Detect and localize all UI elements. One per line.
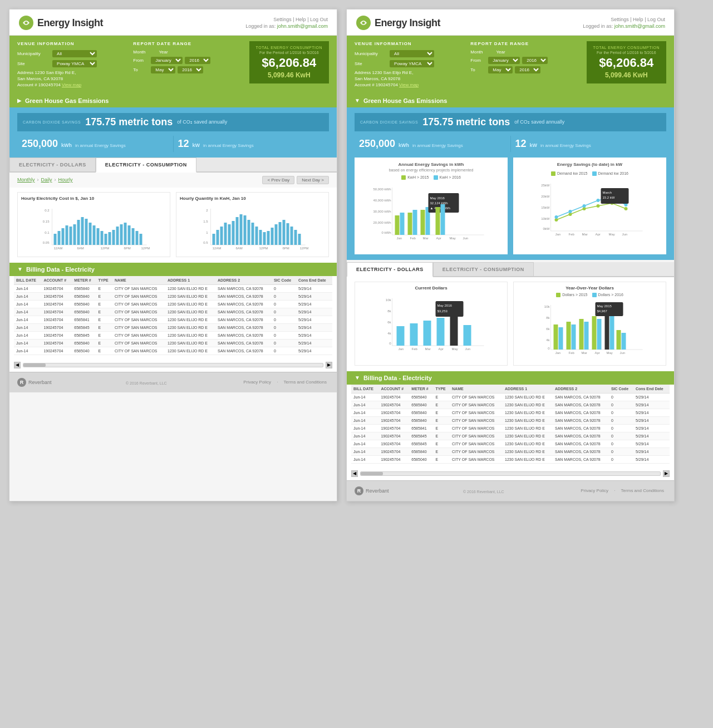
right-terms-link[interactable]: Terms and Conditions xyxy=(621,488,664,493)
table-row: Jun-141902457046585840ECITY OF SAN MARCO… xyxy=(14,339,332,347)
table-row: Jun-141902457046585845ECITY OF SAN MARCO… xyxy=(14,323,332,331)
from-month-select[interactable]: January xyxy=(151,57,183,64)
svg-rect-51 xyxy=(252,223,254,245)
right-tab-consumption[interactable]: ELECTRICITY - CONSUMPTION xyxy=(433,262,534,276)
right-logged-in-info: Logged in as: john.smith@gmail.com xyxy=(583,23,665,29)
ghg-chart2-legend: Demand kw 2015 Demand kw 2016 xyxy=(518,171,662,176)
right-municipality-select[interactable]: All xyxy=(390,50,434,57)
ghg-chart1-legend: KwH > 2015 KwH > 2016 xyxy=(359,175,503,180)
svg-text:12PM: 12PM xyxy=(300,247,309,250)
right-help-link[interactable]: Help xyxy=(633,17,643,22)
nav-buttons: < Prev Day Next Day > xyxy=(262,176,329,184)
co2-row: CARBON DIOXIDE SAVINGS 175.75 metric ton… xyxy=(17,113,329,131)
site-select[interactable]: Poway YMCA xyxy=(52,60,97,67)
svg-text:May 2016: May 2016 xyxy=(430,196,445,200)
left-panel: Energy Insight Settings | Help | Log Out… xyxy=(9,9,337,501)
right-logout-link[interactable]: Log Out xyxy=(647,17,665,22)
scroll-left-btn[interactable]: ◀ xyxy=(14,362,21,368)
ghg-kw-legend2-dot xyxy=(592,171,597,176)
svg-rect-158 xyxy=(592,316,597,350)
svg-rect-79 xyxy=(408,213,412,235)
svg-rect-135 xyxy=(464,325,471,346)
svg-point-105 xyxy=(597,204,600,208)
svg-text:Feb: Feb xyxy=(569,233,575,236)
right-tab-dollars[interactable]: ELECTRICITY - DOLLARS xyxy=(347,262,433,277)
table-row: Jun-141902457046585840ECITY OF SAN MARCO… xyxy=(14,284,332,292)
right-ghg-header[interactable]: ▼ Green House Gas Emissions xyxy=(347,94,674,107)
table-row: Jun-141902457046585840ECITY OF SAN MARCO… xyxy=(14,308,332,316)
svg-text:Jun: Jun xyxy=(465,347,471,351)
svg-text:10kW: 10kW xyxy=(541,217,550,220)
svg-rect-24 xyxy=(120,224,123,245)
right-scroll-right-btn[interactable]: ▶ xyxy=(663,470,670,477)
hourly-kwh-area: 2 1.5 1 0.5 xyxy=(180,203,325,253)
monthly-link[interactable]: Monthly xyxy=(17,177,35,183)
scroll-bar[interactable] xyxy=(23,363,323,367)
right-scroll-bar[interactable] xyxy=(360,471,661,476)
svg-text:Mar: Mar xyxy=(423,237,429,240)
svg-rect-23 xyxy=(116,227,119,245)
to-month-select[interactable]: May xyxy=(151,66,175,73)
svg-text:6PM: 6PM xyxy=(124,247,131,250)
next-day-btn[interactable]: Next Day > xyxy=(297,176,329,184)
tab-consumption[interactable]: ELECTRICITY - CONSUMPTION xyxy=(96,158,196,173)
svg-text:1: 1 xyxy=(206,231,208,234)
svg-rect-43 xyxy=(220,227,223,245)
right-view-map-link[interactable]: View map xyxy=(399,82,419,87)
svg-text:Mar: Mar xyxy=(582,233,588,236)
from-year-select[interactable]: 2016 xyxy=(185,57,210,64)
right-logo-icon xyxy=(356,15,371,31)
svg-text:6AM: 6AM xyxy=(77,247,84,250)
svg-text:25kW: 25kW xyxy=(541,184,550,187)
billing-header[interactable]: ▼ Billing Data - Electricity xyxy=(9,263,337,276)
right-from-month[interactable]: January xyxy=(488,57,520,64)
svg-text:4k: 4k xyxy=(546,338,550,342)
ghg-header[interactable]: ▶ Green House Gas Emissions xyxy=(9,94,337,107)
svg-text:0.15: 0.15 xyxy=(43,220,50,223)
right-site-select[interactable]: Poway YMCA xyxy=(390,60,434,67)
right-to-year[interactable]: 2016 xyxy=(515,66,540,73)
billing-arrow-icon: ▼ xyxy=(17,266,23,272)
scroll-right-btn[interactable]: ▶ xyxy=(326,362,332,368)
right-billing-header[interactable]: ▼ Billing Data - Electricity xyxy=(347,371,674,385)
svg-text:May: May xyxy=(607,351,613,355)
footer-brand: Reverbant xyxy=(28,380,52,385)
right-settings-link[interactable]: Settings xyxy=(611,17,629,22)
svg-rect-9 xyxy=(62,228,65,245)
prev-day-btn[interactable]: < Prev Day xyxy=(262,176,294,184)
charts-row: Hourly Electricity Cost in $, Jan 10 0.2… xyxy=(9,188,337,263)
right-scroll-left-btn[interactable]: ◀ xyxy=(351,470,358,477)
svg-text:0: 0 xyxy=(389,342,391,345)
svg-text:20,000 kWh: 20,000 kWh xyxy=(373,221,391,224)
to-year-select[interactable]: 2016 xyxy=(178,66,203,73)
svg-rect-49 xyxy=(244,215,247,245)
footer-copyright: © 2016 Reverbant, LLC xyxy=(126,381,167,385)
svg-text:May: May xyxy=(450,237,456,240)
daily-link[interactable]: Daily xyxy=(41,177,52,183)
help-link[interactable]: Help xyxy=(296,17,306,22)
view-map-link[interactable]: View map xyxy=(62,82,81,87)
ghg-kw-svg: 25kW 20kW 15kW 10kW 0kW xyxy=(518,178,662,245)
hourly-link[interactable]: Hourly xyxy=(58,177,73,183)
svg-rect-44 xyxy=(224,223,227,245)
tab-dollars[interactable]: ELECTRICITY - DOLLARS xyxy=(9,158,96,171)
svg-rect-61 xyxy=(291,227,293,245)
venue-info-col: VENUE INFORMATION Municipality All Site … xyxy=(17,41,127,88)
col-account: ACCOUNT # xyxy=(41,276,72,285)
terms-link[interactable]: Terms and Conditions xyxy=(284,380,327,385)
settings-link[interactable]: Settings xyxy=(273,17,292,22)
svg-text:12AM: 12AM xyxy=(54,247,63,250)
right-privacy-link[interactable]: Privacy Policy xyxy=(581,488,608,493)
svg-text:Jan: Jan xyxy=(555,351,561,355)
svg-rect-16 xyxy=(89,223,92,245)
right-from-year[interactable]: 2016 xyxy=(522,57,548,64)
svg-text:32,124 kWh: 32,124 kWh xyxy=(430,201,448,205)
svg-text:12PM: 12PM xyxy=(101,247,110,250)
svg-text:Feb: Feb xyxy=(410,237,416,240)
right-to-month[interactable]: May xyxy=(488,66,513,73)
municipality-select[interactable]: All xyxy=(52,50,97,57)
to-row: To May 2016 xyxy=(133,66,243,73)
logout-link[interactable]: Log Out xyxy=(310,17,328,22)
svg-rect-7 xyxy=(54,234,57,245)
privacy-link[interactable]: Privacy Policy xyxy=(243,380,271,385)
